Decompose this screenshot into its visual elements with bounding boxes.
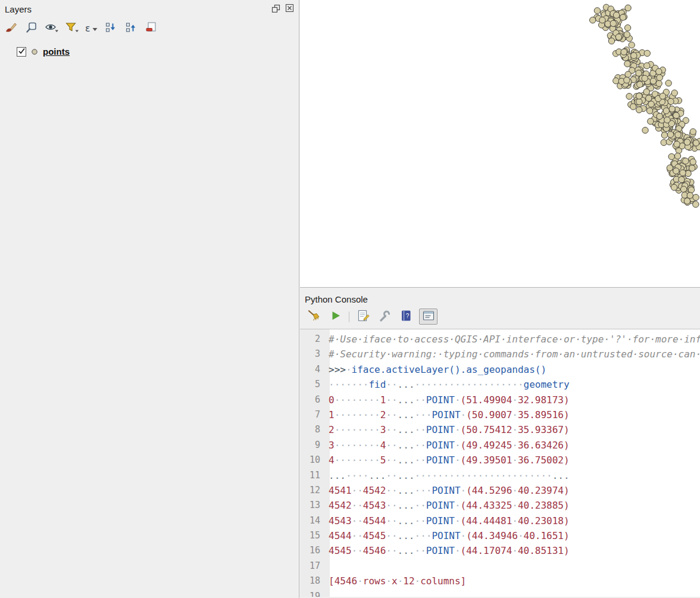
console-line-text: 4543··4544··...··POINT·(44.44481·40.2301… <box>325 513 570 528</box>
dropdown-caret-icon <box>92 24 98 33</box>
console-line: 2#·Use·iface·to·access·QGIS·API·interfac… <box>300 332 700 347</box>
console-line-number: 19 <box>300 589 325 597</box>
dock-console-button[interactable] <box>419 309 438 325</box>
float-panel-button[interactable] <box>271 4 280 14</box>
remove-layer-icon <box>145 21 157 35</box>
console-line-text: 4········5··...··POINT·(49.39501·36.7500… <box>325 453 570 468</box>
editor-icon <box>357 309 370 324</box>
layer-label[interactable]: points <box>43 46 70 57</box>
funnel-icon <box>65 21 79 35</box>
console-line-number: 11 <box>300 468 325 483</box>
right-pane: Python Console <box>300 0 700 598</box>
console-line-text: 4545··4546··...··POINT·(44.17074·40.8513… <box>325 543 570 558</box>
layer-visibility-checkbox[interactable] <box>17 47 26 57</box>
svg-text:?: ? <box>405 313 409 319</box>
console-line: 17 <box>300 559 700 574</box>
console-line: 134542··4543··...··POINT·(44.43325·40.23… <box>300 498 700 513</box>
expand-all-icon <box>105 21 117 35</box>
console-line-text: ...····...··...························.… <box>325 468 570 483</box>
console-line-text: 1········2··...···POINT·(50.9007·35.8951… <box>325 407 570 422</box>
remove-layer-button[interactable] <box>143 21 159 36</box>
console-line-number: 10 <box>300 453 325 468</box>
console-title: Python Console <box>300 288 700 304</box>
console-line-text: 4544··4545··...···POINT·(44.34946·40.165… <box>325 528 570 543</box>
show-editor-button[interactable] <box>355 309 371 324</box>
console-line: 3#·Security·warning:·typing·commands·fro… <box>300 347 700 362</box>
layers-panel: Layers <box>0 0 299 598</box>
options-button[interactable] <box>376 309 392 324</box>
map-points-svg <box>300 0 700 288</box>
run-command-button[interactable] <box>327 309 343 324</box>
console-line-number: 16 <box>300 543 325 558</box>
console-line-number: 8 <box>300 422 325 437</box>
collapse-all-icon <box>125 21 137 35</box>
layers-panel-title: Layers <box>5 4 32 14</box>
console-line-number: 15 <box>300 528 325 543</box>
console-line: 18[4546·rows·x·12·columns] <box>300 574 700 588</box>
layers-toolbar: ε <box>0 18 299 38</box>
console-line-text: 2········3··...··POINT·(50.75412·35.9336… <box>325 422 570 437</box>
console-line: 11...····...··...·······················… <box>300 468 700 483</box>
qgis-window: Layers <box>0 0 700 598</box>
filter-legend-button[interactable] <box>64 21 80 36</box>
float-panel-icon <box>271 4 280 14</box>
console-line-number: 7 <box>300 407 325 422</box>
paintbrush-icon <box>5 21 18 35</box>
console-line-text: [4546·rows·x·12·columns] <box>325 574 466 588</box>
console-lines: 2#·Use·iface·to·access·QGIS·API·interfac… <box>300 332 700 597</box>
console-line: 60········1··...··POINT·(51.49904·32.981… <box>300 393 700 407</box>
console-line-number: 5 <box>300 377 325 392</box>
eye-icon <box>45 21 59 35</box>
run-icon <box>330 310 342 323</box>
open-layer-styling-button[interactable] <box>4 21 19 36</box>
console-line-text <box>325 589 329 597</box>
console-line: 71········2··...···POINT·(50.9007·35.895… <box>300 407 700 422</box>
console-line-text: #·Security·warning:·typing·commands·from… <box>325 347 700 362</box>
checkmark-icon <box>18 46 26 57</box>
python-console-panel: Python Console <box>300 288 700 597</box>
console-line-number: 9 <box>300 438 325 453</box>
console-line-text: 0········1··...··POINT·(51.49904·32.9817… <box>325 393 570 407</box>
toolbar-separator <box>349 312 349 322</box>
console-line-number: 3 <box>300 347 325 362</box>
close-panel-button[interactable] <box>285 4 294 14</box>
console-line-text: >>>·iface.activeLayer().as_geopandas() <box>325 362 546 377</box>
help-button[interactable]: ? <box>398 309 414 324</box>
console-line-number: 4 <box>300 362 325 377</box>
close-icon <box>285 4 294 14</box>
console-line-text: #·Use·iface·to·access·QGIS·API·interface… <box>325 332 700 347</box>
map-canvas[interactable] <box>300 0 700 288</box>
layers-panel-titlebar: Layers <box>0 0 299 18</box>
epsilon-icon: ε <box>85 23 90 34</box>
console-line: 82········3··...··POINT·(50.75412·35.933… <box>300 422 700 437</box>
magnifier-icon <box>26 21 38 35</box>
console-window-icon <box>422 310 435 323</box>
console-line: 5·······fid··...···················geome… <box>300 377 700 392</box>
layer-row-points[interactable]: points <box>17 46 299 57</box>
point-symbol-icon <box>31 48 38 55</box>
console-line-text: ·······fid··...···················geomet… <box>325 377 570 392</box>
console-line: 144543··4544··...··POINT·(44.44481·40.23… <box>300 513 700 528</box>
console-line-text: 4541··4542··...···POINT·(44.5296·40.2397… <box>325 483 570 498</box>
console-line-number: 14 <box>300 513 325 528</box>
console-toolbar: ? <box>300 304 700 329</box>
console-line: 19 <box>300 589 700 597</box>
broom-icon <box>307 309 321 324</box>
collapse-all-button[interactable] <box>123 21 139 36</box>
wrench-icon <box>378 309 391 324</box>
console-line-number: 13 <box>300 498 325 513</box>
console-line: 4>>>·iface.activeLayer().as_geopandas() <box>300 362 700 377</box>
console-line-number: 17 <box>300 559 325 574</box>
manage-map-themes-button[interactable] <box>44 21 60 36</box>
console-line: 154544··4545··...···POINT·(44.34946·40.1… <box>300 528 700 543</box>
console-output[interactable]: 2#·Use·iface·to·access·QGIS·API·interfac… <box>300 329 700 597</box>
filter-by-expression-button[interactable]: ε <box>85 21 98 36</box>
clear-console-button[interactable] <box>306 309 322 324</box>
console-line: 164545··4546··...··POINT·(44.17074·40.85… <box>300 543 700 558</box>
console-line-number: 18 <box>300 574 325 588</box>
console-line-text: 3········4··...··POINT·(49.49245·36.6342… <box>325 438 570 453</box>
add-group-button[interactable] <box>24 21 39 36</box>
console-line-number: 2 <box>300 332 325 347</box>
expand-all-button[interactable] <box>103 21 118 36</box>
console-line-text: 4542··4543··...··POINT·(44.43325·40.2388… <box>325 498 570 513</box>
